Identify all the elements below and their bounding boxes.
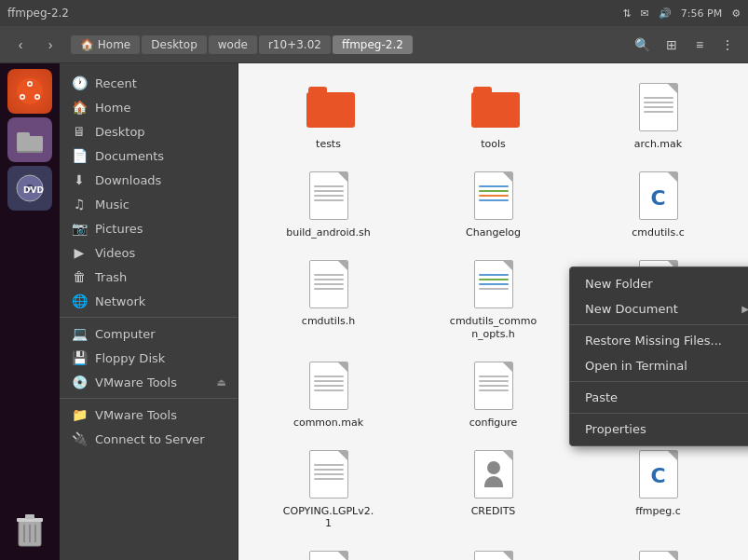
file-name-tools: tools [481,138,506,150]
forward-button[interactable]: › [37,32,63,58]
vmware-icon: 📁 [71,407,88,422]
sidebar-label-desktop: Desktop [95,125,145,139]
breadcrumb-desktop[interactable]: Desktop [142,35,207,54]
breadcrumb: 🏠 Home Desktop wode r10+3.02 ffmpeg-2.2 [71,35,625,54]
file-icon-ffmpeg-opt: C [636,548,681,560]
svg-point-4 [29,83,32,86]
file-icon-cmdutils-common [471,257,516,311]
files-dock-icon[interactable] [7,117,52,162]
context-properties[interactable]: Properties [570,417,748,442]
sidebar-item-documents[interactable]: 📄 Documents [60,143,238,168]
trash-icon: 🗑 [71,269,88,284]
grid-view-button[interactable]: ⊞ [659,32,685,58]
list-item[interactable]: COPYING.LGPLv2.1 [248,440,409,537]
videos-icon: ▶ [71,245,88,260]
titlebar-title: ffmpeg-2.2 [7,7,69,20]
context-new-folder-label: New Folder [585,277,653,291]
sidebar-label-videos: Videos [95,246,135,260]
file-name-cmdutils-c: cmdutils.c [632,226,684,239]
list-item[interactable]: tools [413,73,574,157]
file-icon-changelog [471,169,516,223]
list-item[interactable]: common.mak [248,351,409,436]
breadcrumb-ffmpeg[interactable]: ffmpeg-2.2 [333,35,413,54]
sidebar-item-vmware[interactable]: 📁 VMware Tools [60,403,238,427]
file-icon-build [306,169,351,223]
sidebar-item-floppy[interactable]: 💾 Floppy Disk [60,346,238,370]
folder-icon-tests [306,80,351,134]
sidebar-item-network[interactable]: 🌐 Network [60,289,238,313]
breadcrumb-r10[interactable]: r10+3.02 [259,35,331,54]
list-item[interactable]: C cmdutils.c [578,161,739,246]
trash-dock-icon[interactable] [7,508,52,553]
sidebar: 🕐 Recent 🏠 Home 🖥 Desktop 📄 Documents ⬇ … [60,63,238,560]
list-item[interactable]: C ffmpeg.c [578,440,739,537]
context-new-folder[interactable]: New Folder [570,271,748,296]
file-icon-common [306,359,351,413]
sidebar-label-vmware-device: VMware Tools [95,376,177,389]
sidebar-item-videos[interactable]: ▶ Videos [60,240,238,265]
list-item[interactable]: C ffmpeg_opt.c [578,540,739,560]
list-item[interactable]: build_android.sh [248,161,409,246]
sidebar-label-music: Music [95,198,129,212]
sidebar-item-vmware-device[interactable]: 💿 VMware Tools ⏏ [60,370,238,394]
sidebar-label-connect: Connect to Server [95,432,205,446]
list-view-button[interactable]: ≡ [687,32,713,58]
search-button[interactable]: 🔍 [629,32,655,58]
context-open-terminal[interactable]: Open in Terminal [570,353,748,378]
breadcrumb-wode[interactable]: wode [209,35,257,54]
eject-icon[interactable]: ⏏ [217,376,226,389]
sidebar-item-downloads[interactable]: ⬇ Downloads [60,168,238,192]
volume-icon: 🔊 [659,7,672,20]
sidebar-item-connect[interactable]: 🔌 Connect to Server [60,427,238,451]
sidebar-item-recent[interactable]: 🕐 Recent [60,71,238,95]
context-restore[interactable]: Restore Missing Files... [570,328,748,353]
sidebar-label-vmware: VMware Tools [95,408,177,422]
titlebar-left: ffmpeg-2.2 [7,7,69,20]
left-dock: DVD [0,63,60,560]
music-icon: ♫ [71,197,88,212]
sidebar-divider-1 [60,317,238,318]
back-button[interactable]: ‹ [7,32,34,58]
sidebar-item-home[interactable]: 🏠 Home [60,95,238,119]
sidebar-label-floppy: Floppy Disk [95,351,165,365]
file-name-ffmpeg-c: ffmpeg.c [635,505,681,517]
content-area: DVD 🕐 Recent 🏠 [0,63,748,560]
ubuntu-logo[interactable] [7,69,52,114]
sidebar-label-recent: Recent [95,76,137,90]
sidebar-item-computer[interactable]: 💻 Computer [60,321,238,346]
list-item[interactable]: cmdutils_common_opts.h [413,250,574,347]
context-properties-label: Properties [585,422,646,436]
list-item[interactable]: tests [248,73,409,157]
context-menu: New Folder New Document ▶ Restore Missin… [569,266,748,446]
sidebar-item-desktop[interactable]: 🖥 Desktop [60,119,238,143]
file-name-credits: CREDITS [471,505,516,517]
context-paste[interactable]: Paste [570,385,748,410]
list-item[interactable]: arch.mak [578,73,739,157]
file-icon-ffmpeg-c: C [636,447,681,501]
list-item[interactable]: C ffmpeg_filter.c [413,540,574,560]
network-sidebar-icon: 🌐 [71,294,88,308]
file-area: tests tools [238,63,748,560]
list-item[interactable]: configure [413,351,574,436]
person-head [487,461,500,474]
computer-icon: 💻 [71,326,88,341]
file-icon-cmdutils-h [306,257,351,311]
dvd-dock-icon[interactable]: DVD [7,166,52,211]
home-icon: 🏠 [71,100,88,115]
downloads-icon: ⬇ [71,172,88,187]
sidebar-item-music[interactable]: ♫ Music [60,192,238,216]
list-item[interactable]: Changelog [413,161,574,246]
app-window: ‹ › 🏠 Home Desktop wode r10+3.02 ffmpeg-… [0,26,748,560]
context-new-document[interactable]: New Document ▶ [570,296,748,321]
more-button[interactable]: ⋮ [714,32,741,58]
sidebar-item-trash[interactable]: 🗑 Trash [60,265,238,289]
context-restore-label: Restore Missing Files... [585,334,722,348]
list-item[interactable]: cmdutils.h [248,250,409,347]
breadcrumb-home[interactable]: 🏠 Home [71,35,140,54]
sidebar-label-pictures: Pictures [95,222,143,236]
list-item[interactable]: CREDITS [413,440,574,537]
list-item[interactable]: C ffmpeg.h [248,540,409,560]
sidebar-item-pictures[interactable]: 📷 Pictures [60,216,238,240]
file-name-configure: configure [469,417,518,429]
sidebar-label-downloads: Downloads [95,173,161,187]
